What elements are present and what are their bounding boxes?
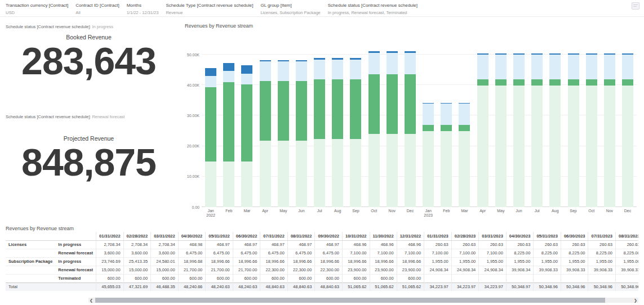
column-header[interactable]: 05/31/2022 [206,232,233,240]
bar-segment[interactable] [314,139,325,207]
bar-apr[interactable] [256,50,274,207]
bar-segment[interactable] [423,104,434,125]
bar-segment[interactable] [260,61,271,81]
bar-segment[interactable] [405,53,416,74]
column-header[interactable]: 04/30/2022 [178,232,206,240]
bar-segment[interactable] [477,86,488,207]
bar-segment[interactable] [568,55,579,80]
bar-segment[interactable] [568,86,579,207]
column-header[interactable]: 10/31/2022 [342,232,370,240]
bar-segment[interactable] [296,141,307,207]
bar-apr[interactable] [474,50,492,207]
bar-segment[interactable] [296,83,307,141]
bar-segment[interactable] [586,55,597,80]
column-header[interactable]: 03/31/2023 [479,232,507,240]
bar-segment[interactable] [205,68,216,77]
bar-segment[interactable] [604,86,615,207]
bar-segment[interactable] [604,79,615,86]
bar-segment[interactable] [459,104,470,125]
bar-segment[interactable] [604,55,615,80]
bar-feb[interactable] [437,50,455,207]
column-header[interactable]: 02/28/2022 [123,232,151,240]
bar-segment[interactable] [205,76,216,87]
column-header[interactable]: 08/31/2022 [287,232,315,240]
bar-segment[interactable] [459,125,470,131]
scroll-right-icon[interactable]: ❯ [633,298,638,303]
bar-segment[interactable] [441,131,452,207]
bar-segment[interactable] [495,55,507,80]
bar-segment[interactable] [332,81,343,139]
bar-nov[interactable] [601,50,619,207]
bar-segment[interactable] [278,141,289,207]
column-header[interactable]: 09/30/2022 [315,232,343,240]
column-header[interactable]: 02/28/2023 [451,232,479,240]
filter-transaction-currency[interactable]: Transaction currency [Contract]USD [6,3,68,16]
bar-segment[interactable] [531,55,543,80]
bar-mar[interactable] [238,50,256,207]
bar-segment[interactable] [622,79,633,86]
bar-nov[interactable] [383,50,401,207]
bar-sep[interactable] [564,50,582,207]
bar-segment[interactable] [368,77,380,134]
bar-oct[interactable] [583,50,601,207]
bar-jan-2023[interactable] [419,50,437,207]
bar-sep[interactable] [347,50,365,207]
bar-segment[interactable] [368,53,380,74]
bar-segment[interactable] [350,60,361,79]
bar-oct[interactable] [365,50,383,207]
bar-segment[interactable] [368,134,380,207]
bar-segment[interactable] [568,79,579,86]
bar-segment[interactable] [441,125,452,131]
bar-segment[interactable] [241,74,252,85]
bar-aug[interactable] [328,50,347,207]
bar-segment[interactable] [405,134,416,207]
bar-segment[interactable] [278,61,289,81]
bar-jan-2022[interactable] [202,50,220,207]
bar-segment[interactable] [260,141,271,207]
column-header[interactable]: 07/31/2023 [588,232,616,240]
bar-segment[interactable] [387,53,398,74]
column-header[interactable]: 03/31/2022 [151,232,179,240]
bar-segment[interactable] [622,86,633,207]
bar-segment[interactable] [495,79,507,86]
bar-segment[interactable] [459,131,470,207]
column-header[interactable]: 05/31/2023 [534,232,561,240]
filter-months[interactable]: Months1/1/22 - 12/31/23 [127,3,159,16]
bar-segment[interactable] [223,84,234,162]
bar-segment[interactable] [549,55,561,80]
bar-segment[interactable] [531,86,543,207]
bar-segment[interactable] [314,81,325,139]
bar-segment[interactable] [477,79,488,86]
column-header[interactable]: 04/30/2023 [506,232,534,240]
column-header[interactable]: 06/30/2023 [561,232,588,240]
bar-dec[interactable] [401,50,419,207]
bar-segment[interactable] [350,81,361,139]
column-header[interactable]: 11/30/2022 [370,232,397,240]
bar-segment[interactable] [477,55,488,80]
bar-aug[interactable] [546,50,564,207]
bar-segment[interactable] [314,60,325,79]
bar-segment[interactable] [387,134,398,207]
column-header[interactable]: 06/30/2022 [233,232,260,240]
column-header[interactable]: 01/31/2022 [96,232,124,240]
bar-feb[interactable] [220,50,238,207]
bar-mar[interactable] [455,50,473,207]
horizontal-scrollbar[interactable]: ❮ ❯ [88,298,638,303]
bar-segment[interactable] [423,131,434,207]
bar-segment[interactable] [423,125,434,131]
bar-may[interactable] [492,50,510,207]
column-header[interactable]: 01/31/2023 [424,232,452,240]
scrollbar-thumb[interactable] [95,298,605,303]
bar-segment[interactable] [223,63,234,71]
bar-segment[interactable] [205,162,216,207]
bar-segment[interactable] [260,83,271,141]
filter-schedule-type[interactable]: Schedule Type [Contract revenue schedule… [166,3,253,16]
filter-contract-id[interactable]: Contract ID [Contract]All [75,3,119,16]
bar-segment[interactable] [278,83,289,141]
bar-segment[interactable] [586,86,597,207]
bar-segment[interactable] [241,86,252,161]
bar-segment[interactable] [387,77,398,134]
bar-dec[interactable] [619,50,637,207]
bar-segment[interactable] [513,86,525,207]
filter-gl-group[interactable]: GL group [Item]Licenses, Subscription Pa… [260,3,320,16]
